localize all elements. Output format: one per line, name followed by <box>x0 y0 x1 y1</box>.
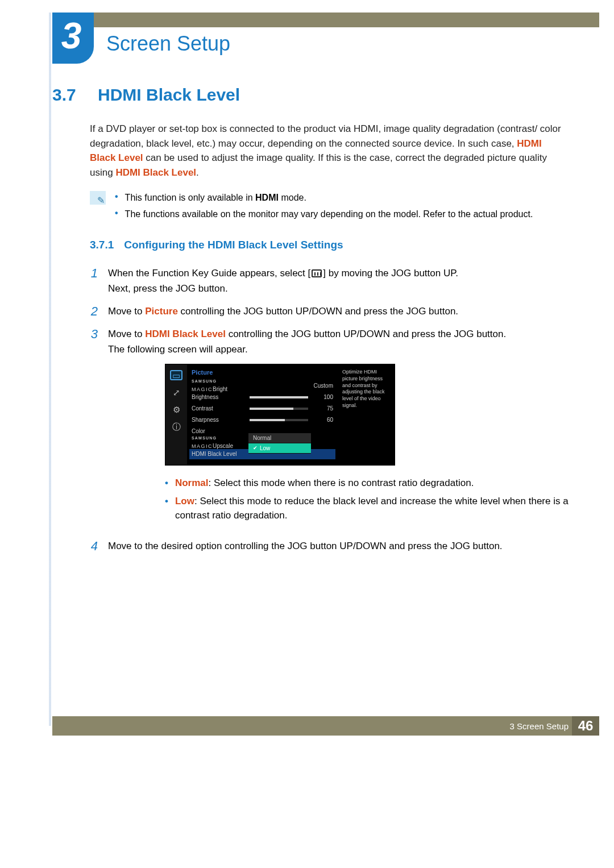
osd-row-contrast: Contrast 75 <box>192 404 333 414</box>
legend-text: Low: Select this mode to reduce the blac… <box>175 494 570 523</box>
step-item: 3 Move to HDMI Black Level controlling t… <box>86 327 570 530</box>
note-text: The functions available on the monitor m… <box>125 207 533 221</box>
osd-row-brightness: Brightness 100 <box>192 392 333 402</box>
note-text-part: This function is only available in <box>125 193 255 202</box>
intro-text: . <box>196 167 199 178</box>
step-number: 3 <box>86 327 98 530</box>
step-text: When the Function Key Guide appears, sel… <box>108 268 310 279</box>
osd-row-sharpness: Sharpness 60 <box>192 415 333 425</box>
legend-highlight: Low <box>175 496 194 506</box>
step-text: controlling the JOG button UP/DOWN and p… <box>178 306 458 317</box>
step-item: 5 The selected option will be applied. <box>86 562 570 564</box>
osd-label: Color <box>192 427 246 436</box>
subsection-title: Configuring the HDMI Black Level Setting… <box>124 239 343 251</box>
osd-samsung-label: SAMSUNG <box>192 379 246 385</box>
steps-list: 1 When the Function Key Guide appears, s… <box>86 266 570 564</box>
step-text: Next, press the JOG button. <box>108 281 570 296</box>
osd-slider <box>250 396 308 398</box>
intro-highlight: HDMI Black Level <box>115 167 196 178</box>
osd-label: Contrast <box>192 404 246 413</box>
osd-main: Picture SAMSUNG MAGICBright Custom <box>187 364 338 465</box>
section-title: HDMI Black Level <box>98 85 240 105</box>
step-text: ] by moving the JOG button UP. <box>323 268 458 279</box>
osd-screenshot: ▭ ⤢ ⚙ ⓘ Picture SAMSUNG MAGICBright <box>165 364 570 466</box>
header-bar <box>52 13 599 27</box>
osd-help-panel: Optimize HDMI picture brightness and con… <box>338 364 395 465</box>
osd-option-normal: Normal <box>248 433 311 443</box>
osd-magic-label: MAGIC <box>192 443 213 449</box>
step-text: controlling the JOG button UP/DOWN and p… <box>226 329 506 339</box>
legend-bullet: • Normal: Select this mode when there is… <box>165 476 570 491</box>
step-number: 2 <box>86 304 98 319</box>
step-text: Move to <box>108 306 145 317</box>
legend-highlight: Normal <box>175 477 209 488</box>
header: 3 Screen Setup <box>52 13 599 64</box>
subsection-number: 3.7.1 <box>90 239 114 251</box>
subsection-heading: 3.7.1 Configuring the HDMI Black Level S… <box>90 239 570 251</box>
osd-label: Brightness <box>192 393 246 402</box>
osd-label: HDMI Black Level <box>192 450 237 459</box>
osd-magic-suffix: Bright <box>213 386 227 392</box>
bullet-dot-icon: • <box>165 494 168 523</box>
step-body: When the Function Key Guide appears, sel… <box>108 266 570 296</box>
section-number: 3.7 <box>52 85 84 105</box>
step-body: Move to HDMI Black Level controlling the… <box>108 327 570 530</box>
step-text: Move to <box>108 329 145 339</box>
osd-sidebar: ▭ ⤢ ⚙ ⓘ <box>165 364 187 465</box>
osd-dropdown: Normal Low <box>248 433 311 454</box>
step-body: Move to the desired option controlling t… <box>108 539 570 554</box>
info-note: • This function is only available in HDM… <box>90 191 570 224</box>
note-bold: HDMI <box>255 193 279 202</box>
osd-title: Picture <box>192 368 333 377</box>
step-text: The following screen will appear. <box>108 342 570 357</box>
legend-bullet: • Low: Select this mode to reduce the bl… <box>165 494 570 523</box>
gear-icon: ⚙ <box>170 404 182 414</box>
step-item: 2 Move to Picture controlling the JOG bu… <box>86 304 570 319</box>
legend-text: Normal: Select this mode when there is n… <box>175 476 474 491</box>
osd-panel: ▭ ⤢ ⚙ ⓘ Picture SAMSUNG MAGICBright <box>165 364 395 466</box>
chapter-badge: 3 <box>52 13 94 64</box>
option-legend: • Normal: Select this mode when there is… <box>165 476 570 523</box>
osd-slider <box>250 419 308 421</box>
step-number: 1 <box>86 266 98 296</box>
osd-value: 75 <box>314 404 333 413</box>
note-bullet: • The functions available on the monitor… <box>115 207 570 221</box>
step-number: 5 <box>86 562 98 564</box>
step-item: 1 When the Function Key Guide appears, s… <box>86 266 570 296</box>
step-body: Move to Picture controlling the JOG butt… <box>108 304 570 319</box>
section-heading: 3.7 HDMI Black Level <box>52 85 570 105</box>
content: 3.7 HDMI Black Level If a DVD player or … <box>52 85 587 564</box>
note-icon <box>90 191 106 205</box>
osd-option-low: Low <box>248 443 311 454</box>
note-bullet: • This function is only available in HDM… <box>115 191 570 204</box>
bullet-dot-icon: • <box>115 207 118 221</box>
chapter-number: 3 <box>61 15 82 57</box>
osd-value: Custom <box>314 381 333 391</box>
osd-label: SAMSUNG MAGICBright <box>192 379 246 394</box>
left-rail <box>0 0 52 564</box>
step-item: 4 Move to the desired option controlling… <box>86 539 570 554</box>
monitor-icon: ▭ <box>170 370 182 380</box>
osd-value: 100 <box>314 393 333 402</box>
info-icon: ⓘ <box>170 421 182 431</box>
osd-magic-suffix: Upscale <box>213 443 233 449</box>
osd-slider <box>250 408 308 410</box>
step-highlight: HDMI Black Level <box>145 329 226 339</box>
bullet-dot-icon: • <box>115 191 118 204</box>
note-text-part: mode. <box>279 193 306 202</box>
chapter-title: Screen Setup <box>106 32 230 56</box>
menu-button-icon <box>312 269 322 277</box>
legend-desc: : Select this mode when there is no cont… <box>209 477 474 488</box>
legend-desc: : Select this mode to reduce the black l… <box>175 496 569 521</box>
note-list: • This function is only available in HDM… <box>115 191 570 224</box>
osd-label: Sharpness <box>192 416 246 425</box>
osd-value: 60 <box>314 416 333 425</box>
left-rail-accent <box>49 13 51 564</box>
intro-text: If a DVD player or set-top box is connec… <box>90 123 561 149</box>
osd-label: SAMSUNG MAGICUpscale <box>192 435 246 451</box>
bullet-dot-icon: • <box>165 476 168 491</box>
osd-row-magic-bright: SAMSUNG MAGICBright Custom <box>192 381 333 391</box>
step-body: The selected option will be applied. <box>108 562 570 564</box>
note-text: This function is only available in HDMI … <box>125 191 306 204</box>
resize-icon: ⤢ <box>170 387 182 397</box>
